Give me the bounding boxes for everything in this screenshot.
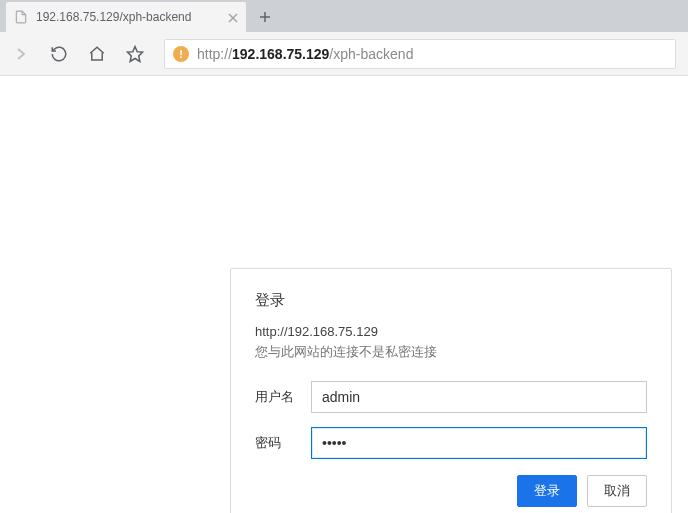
password-input[interactable] bbox=[311, 427, 647, 459]
favorite-button[interactable] bbox=[126, 45, 144, 63]
address-bar[interactable]: ! http://192.168.75.129/xph-backend bbox=[164, 39, 676, 69]
toolbar: ! http://192.168.75.129/xph-backend bbox=[0, 32, 688, 76]
tab-title: 192.168.75.129/xph-backend bbox=[36, 10, 220, 24]
dialog-title: 登录 bbox=[255, 291, 647, 310]
url-host: 192.168.75.129 bbox=[232, 46, 329, 62]
insecure-warning-icon: ! bbox=[173, 46, 189, 62]
username-row: 用户名 bbox=[255, 381, 647, 413]
page-icon bbox=[14, 10, 28, 24]
dialog-buttons: 登录 取消 bbox=[255, 475, 647, 507]
url-text: http://192.168.75.129/xph-backend bbox=[197, 46, 413, 62]
cancel-button[interactable]: 取消 bbox=[587, 475, 647, 507]
dialog-warning: 您与此网站的连接不是私密连接 bbox=[255, 343, 647, 361]
url-protocol: http:// bbox=[197, 46, 232, 62]
content-area: 登录 http://192.168.75.129 您与此网站的连接不是私密连接 … bbox=[0, 76, 688, 513]
tab-strip: 192.168.75.129/xph-backend bbox=[0, 0, 688, 32]
username-label: 用户名 bbox=[255, 388, 303, 406]
svg-marker-4 bbox=[128, 46, 143, 61]
username-input[interactable] bbox=[311, 381, 647, 413]
auth-dialog: 登录 http://192.168.75.129 您与此网站的连接不是私密连接 … bbox=[230, 268, 672, 513]
url-path: /xph-backend bbox=[329, 46, 413, 62]
password-label: 密码 bbox=[255, 434, 303, 452]
dialog-origin: http://192.168.75.129 bbox=[255, 324, 647, 339]
login-button[interactable]: 登录 bbox=[517, 475, 577, 507]
reload-button[interactable] bbox=[50, 45, 68, 63]
forward-button[interactable] bbox=[12, 45, 30, 63]
close-tab-icon[interactable] bbox=[228, 12, 238, 22]
home-button[interactable] bbox=[88, 45, 106, 63]
browser-tab[interactable]: 192.168.75.129/xph-backend bbox=[6, 2, 246, 32]
password-row: 密码 bbox=[255, 427, 647, 459]
new-tab-button[interactable] bbox=[250, 2, 280, 32]
